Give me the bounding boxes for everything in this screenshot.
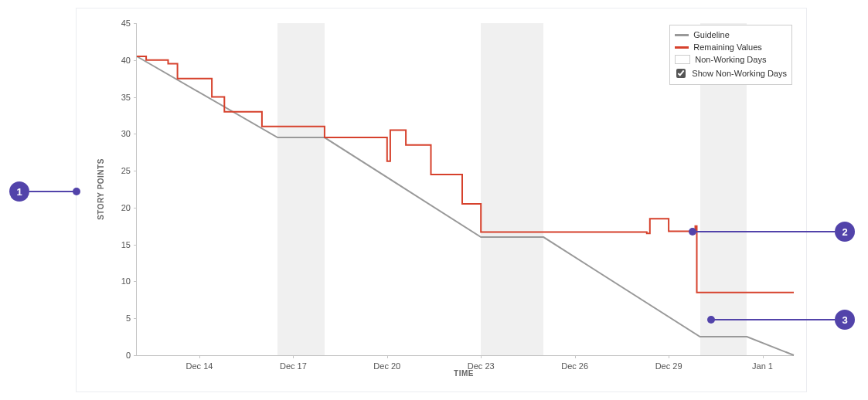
callout-badge-2: 2 xyxy=(835,222,855,242)
legend-toggle-label: Show Non-Working Days xyxy=(692,68,787,79)
legend-swatch-nonworking xyxy=(675,55,690,64)
y-tick-mark xyxy=(134,318,137,319)
legend-item-nonworking: Non-Working Days xyxy=(675,53,787,66)
y-tick-mark xyxy=(134,208,137,208)
x-tick-mark xyxy=(481,355,482,358)
x-tick-label: Dec 17 xyxy=(280,361,307,371)
x-tick-mark xyxy=(669,355,669,358)
x-tick-label: Dec 20 xyxy=(373,361,400,371)
plot-area: Guideline Remaining Values Non-Working D… xyxy=(136,23,794,356)
legend-label: Guideline xyxy=(693,29,729,40)
callout-line-3 xyxy=(711,319,835,320)
x-tick-mark xyxy=(763,355,764,358)
y-tick-mark xyxy=(134,245,137,246)
x-tick-mark xyxy=(387,355,388,358)
y-tick-label: 20 xyxy=(121,203,131,212)
y-tick-label: 25 xyxy=(121,166,131,175)
y-tick-mark xyxy=(134,134,137,134)
legend-label: Non-Working Days xyxy=(695,54,766,65)
callout-badge-3: 3 xyxy=(835,310,855,330)
callout-badge-1: 1 xyxy=(9,181,29,202)
legend-toggle-row: Show Non-Working Days xyxy=(675,66,787,81)
y-tick-label: 40 xyxy=(121,56,131,65)
callout-number: 1 xyxy=(16,186,22,198)
y-tick-label: 5 xyxy=(126,314,131,323)
legend-label: Remaining Values xyxy=(693,42,761,53)
y-tick-mark xyxy=(134,171,137,171)
callout-line-1 xyxy=(29,191,76,192)
y-tick-label: 45 xyxy=(121,19,131,28)
chart-legend: Guideline Remaining Values Non-Working D… xyxy=(669,25,792,85)
y-tick-label: 35 xyxy=(121,93,131,102)
x-tick-label: Dec 29 xyxy=(655,361,682,371)
legend-item-remaining: Remaining Values xyxy=(675,41,787,53)
series-remaining-values xyxy=(137,56,794,293)
series-guideline xyxy=(137,56,794,355)
legend-swatch-guideline xyxy=(675,34,689,36)
legend-swatch-remaining xyxy=(675,46,689,49)
y-tick-label: 10 xyxy=(121,276,131,286)
y-tick-mark xyxy=(134,281,137,282)
callout-line-2 xyxy=(693,231,835,232)
x-tick-label: Dec 23 xyxy=(468,361,495,371)
y-tick-mark xyxy=(134,60,137,61)
y-tick-label: 0 xyxy=(126,351,131,360)
x-tick-label: Dec 26 xyxy=(561,361,588,371)
x-tick-label: Dec 14 xyxy=(186,361,213,371)
y-tick-label: 30 xyxy=(121,129,131,138)
show-nonworking-days-toggle[interactable] xyxy=(676,69,686,78)
callout-number: 2 xyxy=(842,226,847,238)
y-tick-mark xyxy=(134,23,137,24)
x-tick-mark xyxy=(575,355,576,358)
legend-item-guideline: Guideline xyxy=(675,29,787,41)
x-tick-mark xyxy=(199,355,200,358)
x-tick-mark xyxy=(293,355,294,358)
y-tick-mark xyxy=(134,355,137,356)
x-tick-label: Jan 1 xyxy=(752,361,773,371)
y-axis-label: STORY POINTS xyxy=(97,158,105,220)
y-tick-label: 15 xyxy=(121,240,131,249)
y-tick-mark xyxy=(134,97,137,98)
callout-dot-1 xyxy=(73,188,80,195)
burndown-chart-figure: STORY POINTS TIME Guideline Remaining Va… xyxy=(0,0,868,400)
callout-number: 3 xyxy=(842,314,847,326)
